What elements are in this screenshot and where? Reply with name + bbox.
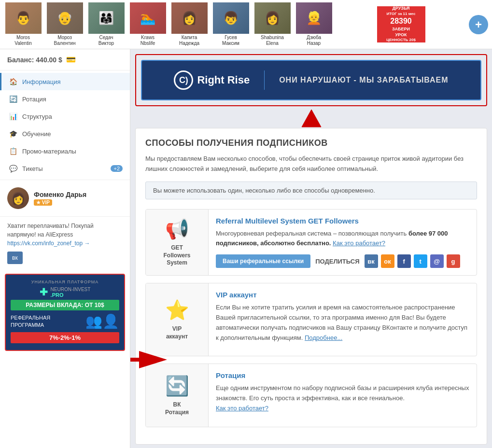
balance-label: Баланс: 440.00 $ xyxy=(7,56,62,64)
friend-avatar: 👴 xyxy=(47,2,83,34)
how-it-works-link[interactable]: Как это работает? xyxy=(333,239,385,247)
twitter-share-icon[interactable]: t xyxy=(414,254,427,268)
friend-avatar: 👨‍👩‍👧 xyxy=(88,2,125,34)
friend-item[interactable]: 🏊 KrawsNbslife xyxy=(128,2,167,46)
user-info: Фоменко Дарья ★ VIP xyxy=(34,191,86,206)
nav-label: Промо-материалы xyxy=(22,148,76,155)
sidebar-promo: Хватит переплачивать! Покупай напрямую! … xyxy=(0,216,130,269)
megaphone-icon: 📢 xyxy=(165,218,189,240)
rightrise-icon: C) xyxy=(174,70,193,90)
ad-brand-label: NEURON-INVEST .PRO xyxy=(51,287,91,298)
rightrise-slogan: ОНИ НАРУШАЮТ - МЫ ЗАРАБАТЫВАЕМ xyxy=(279,76,448,84)
friend-item[interactable]: 👩 ShabuninaElena xyxy=(253,2,292,46)
sidebar-item-info[interactable]: 🏠 Информация xyxy=(0,73,130,90)
friend-item[interactable]: 👴 МорозВалентин xyxy=(45,2,84,46)
ad-action: ЗАБЕРИ xyxy=(392,27,410,32)
method-icon-vip: ⭐ VIPаккаунт xyxy=(146,283,209,356)
friend-name: ГусевМаксим xyxy=(222,35,239,46)
method-icon-label-rotation: ВКРотация xyxy=(165,401,189,416)
main-content-box: СПОСОБЫ ПОЛУЧЕНИЯ ПОДПИСНИКОВ Мы предост… xyxy=(135,128,487,445)
nav-label: Обучение xyxy=(22,130,51,138)
method-desc-vip: Если Вы не хотите тратить усилия и время… xyxy=(216,303,469,343)
friend-name: ShabuninaElena xyxy=(261,35,284,46)
friend-avatar: 👩 xyxy=(254,2,291,34)
method-card-get-followers: 📢 GETFollowers System Referral Multileve… xyxy=(145,209,477,276)
facebook-share-icon[interactable]: f xyxy=(397,254,411,268)
nav-label: Ротация xyxy=(22,96,46,103)
ad-size-label: РАЗМЕРЫ ВКЛАДА: ОТ 10$ xyxy=(11,300,119,310)
promo-link[interactable]: https://vk.com/info_zonef_top → xyxy=(7,240,90,247)
more-details-link[interactable]: Подробнее... xyxy=(305,334,342,341)
method-card-rotation: 🔄 ВКРотация Ротация Еще одним инструмент… xyxy=(145,364,477,427)
page-description: Мы предоставляем Вам несколько способов,… xyxy=(145,154,477,174)
friend-avatar: 👦 xyxy=(213,2,249,34)
ad-value: ЦЕННОСТЬ 20$ xyxy=(386,38,416,42)
friend-item[interactable]: 👦 ГусевМаксим xyxy=(211,2,250,46)
svg-marker-0 xyxy=(302,110,321,127)
friend-item[interactable]: 👨‍👩‍👧 СедачВиктор xyxy=(87,2,126,46)
ad-ref-program: РЕФЕРАЛЬНАЯПРОГРАММА xyxy=(11,314,50,328)
friend-item[interactable]: 👩 КапитаНадежда xyxy=(170,2,209,46)
education-icon: 🎓 xyxy=(9,130,17,138)
method-icon-label: GETFollowers System xyxy=(153,244,201,267)
method-icon-get-followers: 📢 GETFollowers System xyxy=(146,210,209,276)
promo-text: Хватит переплачивать! Покупай напрямую! … xyxy=(7,223,94,238)
sidebar-ad[interactable]: УНИКАЛЬНАЯ ПЛАТФОРМА ✚ NEURON-INVEST .PR… xyxy=(5,274,125,351)
sidebar-item-structure[interactable]: 📊 Структура xyxy=(0,108,130,125)
banner-divider xyxy=(264,70,265,90)
star-icon: ⭐ xyxy=(165,299,189,322)
home-icon: 🏠 xyxy=(9,78,17,85)
referral-links-button[interactable]: Ваши реферальные ссылки xyxy=(216,254,310,268)
user-name: Фоменко Дарья xyxy=(34,191,86,198)
ad-rates-label: 7%-2%-1% xyxy=(11,332,119,343)
refresh-icon: 🔄 xyxy=(165,375,189,397)
friend-avatar: 👨 xyxy=(5,2,42,34)
sidebar-item-rotation[interactable]: 🔄 Ротация xyxy=(0,90,130,108)
friend-name: КапитаНадежда xyxy=(179,35,199,46)
ref-buttons-row: Ваши реферальные ссылки ПОДЕЛИТЬСЯ вк ок… xyxy=(216,254,469,268)
method-title-vip: VIP аккаунт xyxy=(216,291,469,299)
nav-label: Информация xyxy=(22,78,61,85)
rotation-how-it-works-link[interactable]: Как это работает? xyxy=(216,405,268,412)
friends-bar: 👨 MorosValentin 👴 МорозВалентин 👨‍👩‍👧 Се… xyxy=(0,0,492,49)
page-title: СПОСОБЫ ПОЛУЧЕНИЯ ПОДПИСНИКОВ xyxy=(145,138,477,148)
method-desc-rotation: Еще одним инструментом по набору подписн… xyxy=(216,383,469,413)
vk-share-icon[interactable]: вк xyxy=(365,254,378,268)
method-content-get-followers: Referral Multilevel System GET Followers… xyxy=(209,210,477,276)
method-title: Referral Multilevel System GET Followers xyxy=(216,217,469,225)
mail-share-icon[interactable]: @ xyxy=(430,254,444,268)
method-desc: Многоуровневая реферальная система – поз… xyxy=(216,229,469,249)
google-share-icon[interactable]: g xyxy=(447,254,460,268)
method-content-vip: VIP аккаунт Если Вы не хотите тратить ус… xyxy=(209,283,477,356)
ok-share-icon[interactable]: ок xyxy=(381,254,394,268)
rightrise-name: Right Rise xyxy=(197,74,250,86)
rightrise-banner-wrapper[interactable]: C) Right Rise ОНИ НАРУШАЮТ - МЫ ЗАРАБАТЫ… xyxy=(135,54,487,106)
ad-period-label: ИТОГ за 11 мес xyxy=(387,12,416,16)
content-area: C) Right Rise ОНИ НАРУШАЮТ - МЫ ЗАРАБАТЫ… xyxy=(130,49,492,448)
info-text: Вы можете использовать один, несколько л… xyxy=(153,187,375,194)
friend-avatar: 👩 xyxy=(171,2,208,34)
share-label: ПОДЕЛИТЬСЯ xyxy=(315,258,359,265)
friend-name: СедачВиктор xyxy=(98,35,114,46)
friend-avatar: 🏊 xyxy=(130,2,166,34)
friend-item[interactable]: 👱 ДзюбаНазар xyxy=(295,2,333,46)
method-content-rotation: Ротация Еще одним инструментом по набору… xyxy=(209,364,477,426)
ad-lesson: УРОК xyxy=(395,32,407,38)
friend-avatar: 👱 xyxy=(296,2,332,34)
sidebar-item-tickets[interactable]: 💬 Тикеты +2 xyxy=(0,160,130,177)
friend-item[interactable]: 👨 MorosValentin xyxy=(4,2,42,46)
top-ad-banner[interactable]: ДРУЗЬЯ ИТОГ за 11 мес 28390 ЗАБЕРИ УРОК … xyxy=(377,6,425,42)
method-card-vip: ⭐ VIPаккаунт VIP аккаунт Если Вы не хоти… xyxy=(145,283,477,356)
method-icon-rotation: 🔄 ВКРотация xyxy=(146,364,209,426)
vip-badge: ★ VIP xyxy=(34,199,52,206)
vk-social-button[interactable]: вк xyxy=(7,252,23,264)
tickets-badge: +2 xyxy=(111,165,123,172)
friend-name: ДзюбаНазар xyxy=(307,35,321,46)
sidebar-item-promo[interactable]: 📋 Промо-материалы xyxy=(0,142,130,160)
sidebar-item-education[interactable]: 🎓 Обучение xyxy=(0,125,130,142)
nav-label: Тикеты xyxy=(22,165,43,172)
sidebar: Баланс: 440.00 $ 💳 🏠 Информация 🔄 Ротаци… xyxy=(0,49,130,448)
add-friend-button[interactable]: + xyxy=(469,15,488,34)
rightrise-logo: C) Right Rise xyxy=(174,70,250,90)
social-icons: вк ок f t @ g xyxy=(365,254,460,268)
